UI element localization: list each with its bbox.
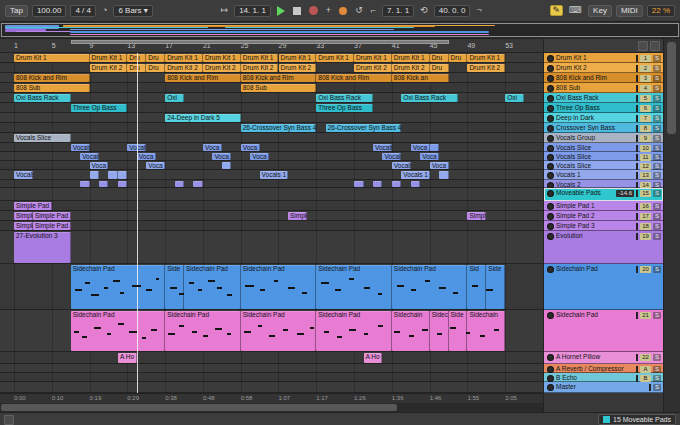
- clip[interactable]: Drum Kit 1: [90, 54, 128, 62]
- track-lane-12[interactable]: VocaVocaVocals SliVoca: [0, 161, 543, 170]
- record-arm-button[interactable]: [547, 384, 554, 391]
- track-header-7[interactable]: Deep in Dark7S: [544, 113, 663, 123]
- solo-button[interactable]: S: [653, 172, 661, 179]
- clip[interactable]: [222, 162, 231, 169]
- reenable-automation-button[interactable]: ↺: [353, 5, 365, 16]
- solo-button[interactable]: S: [653, 366, 661, 373]
- clip[interactable]: Sidechain Pad: [241, 265, 317, 309]
- clip[interactable]: Vocals Sli: [392, 162, 411, 169]
- clip[interactable]: Drum Kit 1: [279, 54, 317, 62]
- clip[interactable]: Sid: [467, 265, 486, 309]
- track-lane-b[interactable]: [0, 373, 543, 382]
- clip[interactable]: Oxi Bass Rack: [14, 94, 71, 102]
- draw-mode-button[interactable]: ✎: [550, 5, 564, 16]
- record-arm-button[interactable]: [547, 95, 554, 102]
- track-lane-17[interactable]: Simple PaSimple Pad 2Simple PaSimple Pa: [0, 211, 543, 221]
- clip[interactable]: Vocals Sli: [80, 153, 99, 160]
- arrangement-overview[interactable]: [1, 23, 679, 37]
- track-activator-button[interactable]: A: [640, 366, 651, 373]
- clip[interactable]: Oxi: [165, 94, 184, 102]
- solo-button[interactable]: S: [653, 95, 661, 102]
- track-activator-button[interactable]: 4: [640, 85, 651, 92]
- track-lane-4[interactable]: 808 Sub808 Sub: [0, 83, 543, 93]
- record-arm-button[interactable]: [547, 213, 554, 220]
- record-arm-button[interactable]: [547, 125, 554, 132]
- clip[interactable]: A Ho: [364, 353, 383, 363]
- track-header-10[interactable]: Vocals Slice10S: [544, 143, 663, 152]
- track-lane-6[interactable]: Three Op BassThree Op Bass: [0, 103, 543, 113]
- record-arm-button[interactable]: [547, 75, 554, 82]
- record-arm-button[interactable]: [547, 375, 554, 382]
- track-activator-button[interactable]: 3: [640, 75, 651, 82]
- track-header-22[interactable]: A Hornet Pillow22S: [544, 352, 663, 364]
- clip[interactable]: Drum Kit 2: [165, 64, 203, 72]
- record-arm-button[interactable]: [547, 135, 554, 142]
- clip[interactable]: Voca: [137, 153, 156, 160]
- clip[interactable]: Vocals Sli: [373, 144, 392, 151]
- time-signature-field[interactable]: 4 / 4: [70, 5, 96, 17]
- clip[interactable]: Vocals Sli: [71, 144, 90, 151]
- solo-button[interactable]: S: [653, 105, 661, 112]
- track-activator-button[interactable]: 16: [640, 203, 651, 210]
- clip[interactable]: Three Op Bass: [316, 104, 373, 112]
- clip[interactable]: Drum Kit 1: [203, 54, 241, 62]
- track-lane-1[interactable]: Drum Kit 1Drum Kit 1DruDruDrum Kit 1Drum…: [0, 53, 543, 63]
- clip[interactable]: Drum Kit 2: [279, 64, 317, 72]
- clip[interactable]: Drum Kit 2: [90, 64, 128, 72]
- track-header-b[interactable]: B EchoBS: [544, 373, 663, 382]
- record-arm-button[interactable]: [547, 312, 554, 319]
- record-arm-button[interactable]: [547, 366, 554, 373]
- clip[interactable]: 808 Kick and Rim: [14, 74, 90, 82]
- clip[interactable]: Simple Pa: [288, 212, 307, 220]
- track-lane-7[interactable]: 24-Deep in Dark 5: [0, 113, 543, 123]
- clip[interactable]: [80, 181, 89, 187]
- solo-button[interactable]: S: [653, 354, 661, 361]
- clip[interactable]: Simple Pa: [14, 212, 33, 220]
- clip[interactable]: Voca: [146, 162, 165, 169]
- clip[interactable]: 808 Sub: [241, 84, 317, 92]
- track-header-8[interactable]: Crossover Syn Bass8S: [544, 123, 663, 133]
- solo-button[interactable]: S: [653, 115, 661, 122]
- mixer-section-toggle-icon[interactable]: [650, 41, 660, 51]
- track-activator-button[interactable]: 13: [640, 172, 651, 179]
- metronome-icon[interactable]: ◔: [100, 5, 109, 16]
- solo-button[interactable]: S: [653, 213, 661, 220]
- clip[interactable]: 26-Crossover Syn Bass 4: [326, 124, 402, 132]
- clip[interactable]: Drum Kit 1: [467, 54, 505, 62]
- clip[interactable]: Simple Pa: [467, 212, 486, 220]
- track-lane-21[interactable]: Sidechain PadSidechain PadSidechain PadS…: [0, 310, 543, 352]
- solo-button[interactable]: S: [653, 75, 661, 82]
- track-lane-19[interactable]: 27-Evolution 3: [0, 231, 543, 264]
- clip[interactable]: 808 Kick and Rim: [241, 74, 317, 82]
- solo-button[interactable]: S: [653, 190, 661, 197]
- clip[interactable]: Voca: [420, 153, 439, 160]
- track-activator-button[interactable]: 18: [640, 223, 651, 230]
- clip[interactable]: Dru: [430, 64, 449, 72]
- track-header-4[interactable]: 808 Sub4S: [544, 83, 663, 93]
- record-arm-button[interactable]: [547, 172, 554, 179]
- track-lane-a[interactable]: [0, 364, 543, 373]
- clip[interactable]: 26-Crossover Syn Bass 4: [241, 124, 317, 132]
- solo-button[interactable]: S: [653, 135, 661, 142]
- track-activator-button[interactable]: 1: [640, 55, 651, 62]
- track-activator-button[interactable]: 2: [640, 65, 651, 72]
- solo-button[interactable]: S: [653, 203, 661, 210]
- record-arm-button[interactable]: [547, 154, 554, 161]
- track-lane-8[interactable]: 26-Crossover Syn Bass 426-Crossover Syn …: [0, 123, 543, 133]
- horizontal-scrollbar-thumb[interactable]: [1, 404, 397, 411]
- track-header-15[interactable]: Moveable Pads-14.615S: [544, 188, 663, 201]
- record-button[interactable]: [309, 6, 318, 15]
- clip[interactable]: Dru: [146, 64, 165, 72]
- clip[interactable]: Sidechain Pad: [392, 265, 468, 309]
- track-lane-14[interactable]: [0, 180, 543, 188]
- clip[interactable]: A Ho: [118, 353, 137, 363]
- track-header-20[interactable]: Sidechain Pad20S: [544, 264, 663, 310]
- clip[interactable]: Simple Pad 1: [14, 202, 52, 210]
- solo-button[interactable]: S: [653, 154, 661, 161]
- track-header-17[interactable]: Simple Pad 217S: [544, 211, 663, 221]
- clip[interactable]: Drum Kit 1: [316, 54, 354, 62]
- clip[interactable]: 808 Kick and Rim: [165, 74, 241, 82]
- follow-button[interactable]: ↦: [219, 5, 231, 16]
- loop-button[interactable]: ⟲: [418, 5, 430, 16]
- clip[interactable]: Drum Kit 1: [165, 54, 203, 62]
